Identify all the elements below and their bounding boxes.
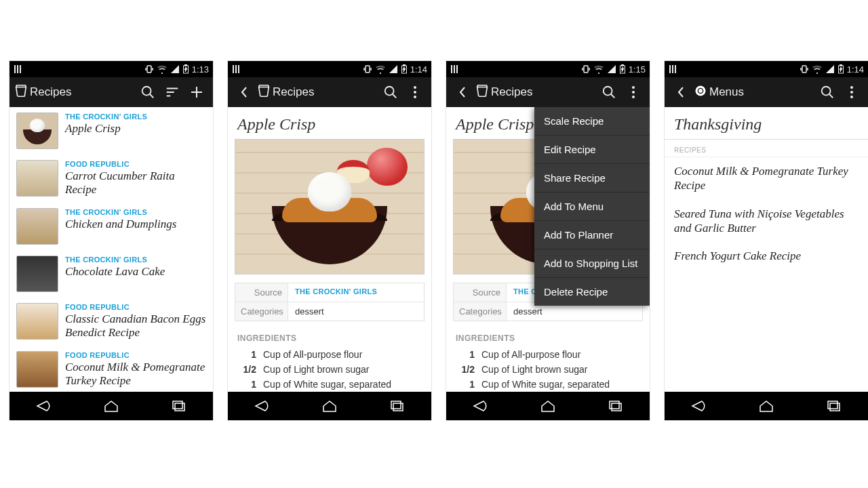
nav-back-button[interactable] [26, 396, 60, 416]
battery-icon [619, 64, 626, 74]
svg-rect-21 [451, 65, 452, 73]
nav-bar [9, 392, 213, 420]
svg-point-15 [385, 87, 394, 96]
search-button[interactable] [815, 80, 840, 104]
overflow-menu-item[interactable]: Edit Recipe [534, 135, 650, 163]
nav-home-button[interactable] [313, 396, 347, 416]
ingredient-qty: 1/2 [237, 364, 256, 375]
svg-rect-8 [173, 401, 182, 409]
nav-bar [228, 392, 431, 420]
nav-recent-button[interactable] [599, 396, 633, 416]
nav-home-button[interactable] [531, 396, 565, 416]
phone-screen-0: 1:13 Recipes THE CROCKIN' GIRLS Apple Cr… [9, 61, 213, 420]
overflow-button[interactable] [840, 80, 864, 104]
svg-rect-20 [391, 401, 401, 409]
overflow-button[interactable] [621, 80, 646, 104]
content-area: THE CROCKIN' GIRLS Apple Crisp FOOD REPU… [9, 107, 213, 392]
recipe-source: THE CROCKIN' GIRLS [65, 113, 206, 121]
recipe-list[interactable]: THE CROCKIN' GIRLS Apple Crisp FOOD REPU… [9, 107, 213, 392]
status-bar: 1:15 [446, 61, 650, 77]
ingredient-row: 1/2 Cup of Light brown sugar [456, 362, 640, 377]
svg-rect-26 [621, 65, 623, 66]
app-title: Recipes [491, 85, 532, 99]
ingredient-qty: 1 [456, 379, 475, 390]
add-button[interactable] [184, 80, 209, 104]
recipe-thumbnail [16, 256, 58, 292]
back-button[interactable] [669, 80, 693, 104]
back-button[interactable] [232, 80, 256, 104]
recipe-list-item[interactable]: THE CROCKIN' GIRLS Chocolate Lava Cake [9, 250, 213, 298]
menu-recipe-item[interactable]: Coconut Milk & Pomegranate Turkey Recipe [665, 157, 868, 200]
search-button[interactable] [378, 80, 403, 104]
back-button[interactable] [450, 80, 475, 104]
svg-point-30 [632, 96, 635, 98]
overflow-menu-item[interactable]: Add to Shopping List [534, 249, 650, 277]
svg-rect-11 [238, 65, 239, 73]
search-button[interactable] [597, 80, 621, 104]
overflow-menu-item[interactable]: Share Recipe [534, 163, 650, 192]
svg-point-29 [632, 91, 635, 94]
overflow-menu-item[interactable]: Scale Recipe [534, 107, 650, 135]
status-bar: 1:13 [9, 61, 213, 77]
ingredients-list: 1 Cup of All-purpose flour 1/2 Cup of Li… [228, 347, 431, 392]
nav-back-button[interactable] [463, 396, 497, 416]
recipe-list-item[interactable]: FOOD REPUBLIC Coconut Milk & Pomegranate… [9, 346, 213, 392]
svg-rect-3 [147, 66, 151, 73]
ingredient-qty: 1 [237, 349, 256, 360]
nav-recent-button[interactable] [817, 396, 851, 416]
ingredient-text: Cup of All-purpose flour [263, 349, 422, 360]
recipe-list-item[interactable]: THE CROCKIN' GIRLS Chicken and Dumplings [9, 203, 213, 250]
recipe-title: Coconut Milk & Pomegranate Turkey Recipe [65, 361, 206, 388]
overflow-menu-item[interactable]: Delete Recipe [534, 277, 650, 306]
svg-point-6 [142, 87, 151, 96]
overflow-menu-item[interactable]: Add To Planner [534, 220, 650, 249]
svg-rect-36 [802, 66, 806, 73]
nav-back-button[interactable] [682, 396, 715, 416]
filter-button[interactable] [160, 80, 184, 104]
meta-label: Source [454, 283, 507, 302]
svg-point-41 [822, 87, 831, 96]
wifi-icon [157, 64, 167, 74]
menu-recipe-item[interactable]: French Yogurt Cake Recipe [665, 242, 868, 270]
status-left-icon [669, 64, 678, 74]
nav-recent-button[interactable] [162, 396, 196, 416]
recipe-thumbnail [16, 160, 58, 197]
search-button[interactable] [136, 80, 160, 104]
svg-rect-23 [456, 65, 458, 73]
recipe-source: FOOD REPUBLIC [65, 351, 206, 359]
overflow-button[interactable] [403, 80, 427, 104]
meta-table: Source THE CROCKIN' GIRLS Categories des… [235, 283, 425, 321]
menu-recipe-item[interactable]: Seared Tuna with Niçoise Vegetables and … [665, 200, 868, 243]
recipe-list-item[interactable]: FOOD REPUBLIC Classic Canadian Bacon Egg… [9, 298, 213, 346]
ingredient-text: Cup of Light brown sugar [263, 364, 422, 375]
ingredient-text: Cup of White sugar, separated [263, 379, 422, 390]
recipe-hero-image [235, 139, 425, 274]
nav-back-button[interactable] [245, 396, 279, 416]
recipe-list-item[interactable]: THE CROCKIN' GIRLS Apple Crisp [9, 107, 213, 155]
ingredient-row: 1 Cup of All-purpose flour [237, 347, 422, 362]
svg-point-42 [850, 86, 853, 89]
status-time: 1:13 [192, 64, 209, 75]
battery-icon [182, 64, 189, 74]
app-title: Menus [709, 85, 744, 99]
meta-value[interactable]: THE CROCKIN' GIRLS [288, 283, 384, 302]
ingredient-row: 1 Cup of White sugar, separated [456, 377, 640, 392]
status-time: 1:15 [629, 64, 646, 75]
status-left-icon [14, 64, 23, 74]
overflow-menu-item[interactable]: Add To Menu [534, 192, 650, 220]
svg-rect-7 [175, 403, 184, 411]
nav-home-button[interactable] [94, 396, 128, 416]
svg-rect-9 [233, 65, 234, 73]
recipe-thumbnail [16, 303, 58, 340]
nav-recent-button[interactable] [380, 396, 414, 416]
nav-home-button[interactable] [749, 396, 783, 416]
svg-rect-10 [235, 65, 237, 73]
app-title: Recipes [273, 85, 314, 99]
vibrate-icon [581, 64, 591, 74]
ingredients-list: 1 Cup of All-purpose flour 1/2 Cup of Li… [446, 347, 650, 392]
ingredient-row: 1 Cup of White sugar, separated [237, 377, 422, 392]
recipe-list-item[interactable]: FOOD REPUBLIC Carrot Cucumber Raita Reci… [9, 155, 213, 203]
recipe-thumbnail [16, 113, 58, 149]
recipe-title: Chicken and Dumplings [65, 218, 206, 231]
ingredient-qty: 1 [237, 379, 256, 390]
